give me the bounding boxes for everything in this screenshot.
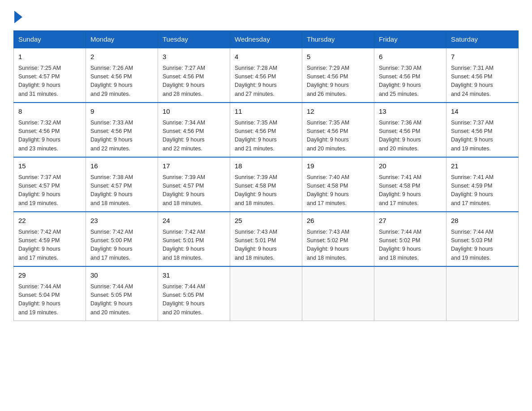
calendar-cell bbox=[374, 266, 446, 321]
calendar-cell: 28Sunrise: 7:44 AMSunset: 5:03 PMDayligh… bbox=[446, 212, 519, 266]
calendar-cell: 5Sunrise: 7:29 AMSunset: 4:56 PMDaylight… bbox=[302, 48, 374, 103]
day-number: 31 bbox=[163, 270, 225, 281]
calendar-cell bbox=[302, 266, 374, 321]
day-number: 28 bbox=[451, 216, 514, 226]
calendar-cell: 23Sunrise: 7:42 AMSunset: 5:00 PMDayligh… bbox=[86, 212, 158, 266]
week-row-4: 22Sunrise: 7:42 AMSunset: 4:59 PMDayligh… bbox=[14, 212, 519, 266]
day-info: Sunrise: 7:29 AMSunset: 4:56 PMDaylight:… bbox=[307, 64, 369, 99]
day-header-monday: Monday bbox=[86, 31, 158, 48]
day-number: 11 bbox=[235, 107, 297, 117]
day-info: Sunrise: 7:44 AMSunset: 5:02 PMDaylight:… bbox=[379, 228, 442, 263]
week-row-5: 29Sunrise: 7:44 AMSunset: 5:04 PMDayligh… bbox=[14, 266, 519, 321]
day-number: 13 bbox=[379, 107, 442, 117]
week-row-1: 1Sunrise: 7:25 AMSunset: 4:57 PMDaylight… bbox=[14, 48, 519, 103]
day-info: Sunrise: 7:42 AMSunset: 5:00 PMDaylight:… bbox=[90, 228, 153, 263]
day-number: 26 bbox=[307, 216, 369, 226]
week-row-2: 8Sunrise: 7:32 AMSunset: 4:56 PMDaylight… bbox=[14, 103, 519, 157]
day-info: Sunrise: 7:37 AMSunset: 4:57 PMDaylight:… bbox=[18, 173, 81, 208]
calendar-cell: 10Sunrise: 7:34 AMSunset: 4:56 PMDayligh… bbox=[158, 103, 230, 157]
day-info: Sunrise: 7:43 AMSunset: 5:02 PMDaylight:… bbox=[307, 228, 369, 263]
day-info: Sunrise: 7:44 AMSunset: 5:05 PMDaylight:… bbox=[90, 283, 153, 317]
day-number: 16 bbox=[90, 161, 153, 171]
calendar-header-row: SundayMondayTuesdayWednesdayThursdayFrid… bbox=[14, 31, 519, 48]
calendar-cell: 17Sunrise: 7:39 AMSunset: 4:57 PMDayligh… bbox=[158, 157, 230, 212]
day-info: Sunrise: 7:43 AMSunset: 5:01 PMDaylight:… bbox=[235, 228, 297, 263]
day-number: 19 bbox=[307, 161, 369, 171]
logo-arrow-icon bbox=[14, 11, 22, 23]
calendar-cell: 29Sunrise: 7:44 AMSunset: 5:04 PMDayligh… bbox=[14, 266, 86, 321]
calendar-cell: 21Sunrise: 7:41 AMSunset: 4:59 PMDayligh… bbox=[446, 157, 519, 212]
day-info: Sunrise: 7:44 AMSunset: 5:03 PMDaylight:… bbox=[451, 228, 514, 263]
day-info: Sunrise: 7:26 AMSunset: 4:56 PMDaylight:… bbox=[90, 64, 153, 99]
calendar-cell: 11Sunrise: 7:35 AMSunset: 4:56 PMDayligh… bbox=[230, 103, 302, 157]
calendar-cell: 20Sunrise: 7:41 AMSunset: 4:58 PMDayligh… bbox=[374, 157, 446, 212]
day-number: 8 bbox=[18, 107, 81, 117]
day-info: Sunrise: 7:32 AMSunset: 4:56 PMDaylight:… bbox=[18, 119, 81, 154]
day-header-saturday: Saturday bbox=[446, 31, 519, 48]
day-number: 24 bbox=[163, 216, 225, 226]
day-number: 2 bbox=[90, 52, 153, 62]
calendar-cell: 12Sunrise: 7:35 AMSunset: 4:56 PMDayligh… bbox=[302, 103, 374, 157]
day-number: 25 bbox=[235, 216, 297, 226]
day-info: Sunrise: 7:36 AMSunset: 4:56 PMDaylight:… bbox=[379, 119, 442, 154]
day-number: 3 bbox=[163, 52, 225, 62]
calendar-cell: 8Sunrise: 7:32 AMSunset: 4:56 PMDaylight… bbox=[14, 103, 86, 157]
calendar-cell: 13Sunrise: 7:36 AMSunset: 4:56 PMDayligh… bbox=[374, 103, 446, 157]
day-info: Sunrise: 7:28 AMSunset: 4:56 PMDaylight:… bbox=[235, 64, 297, 99]
calendar-table: SundayMondayTuesdayWednesdayThursdayFrid… bbox=[13, 30, 519, 321]
calendar-cell: 1Sunrise: 7:25 AMSunset: 4:57 PMDaylight… bbox=[14, 48, 86, 103]
day-header-sunday: Sunday bbox=[14, 31, 86, 48]
calendar-cell: 4Sunrise: 7:28 AMSunset: 4:56 PMDaylight… bbox=[230, 48, 302, 103]
day-number: 12 bbox=[307, 107, 369, 117]
day-header-friday: Friday bbox=[374, 31, 446, 48]
day-info: Sunrise: 7:30 AMSunset: 4:56 PMDaylight:… bbox=[379, 64, 442, 99]
calendar-cell: 18Sunrise: 7:39 AMSunset: 4:58 PMDayligh… bbox=[230, 157, 302, 212]
calendar-cell: 7Sunrise: 7:31 AMSunset: 4:56 PMDaylight… bbox=[446, 48, 519, 103]
day-info: Sunrise: 7:35 AMSunset: 4:56 PMDaylight:… bbox=[235, 119, 297, 154]
logo bbox=[13, 9, 22, 23]
calendar-cell: 9Sunrise: 7:33 AMSunset: 4:56 PMDaylight… bbox=[86, 103, 158, 157]
day-number: 14 bbox=[451, 107, 514, 117]
day-number: 27 bbox=[379, 216, 442, 226]
calendar-cell: 14Sunrise: 7:37 AMSunset: 4:56 PMDayligh… bbox=[446, 103, 519, 157]
day-info: Sunrise: 7:38 AMSunset: 4:57 PMDaylight:… bbox=[90, 173, 153, 208]
day-info: Sunrise: 7:37 AMSunset: 4:56 PMDaylight:… bbox=[451, 119, 514, 154]
day-number: 23 bbox=[90, 216, 153, 226]
day-number: 20 bbox=[379, 161, 442, 171]
day-info: Sunrise: 7:44 AMSunset: 5:04 PMDaylight:… bbox=[18, 283, 81, 317]
day-number: 6 bbox=[379, 52, 442, 62]
day-info: Sunrise: 7:39 AMSunset: 4:58 PMDaylight:… bbox=[235, 173, 297, 208]
calendar-cell: 22Sunrise: 7:42 AMSunset: 4:59 PMDayligh… bbox=[14, 212, 86, 266]
day-number: 5 bbox=[307, 52, 369, 62]
day-number: 18 bbox=[235, 161, 297, 171]
calendar-cell: 2Sunrise: 7:26 AMSunset: 4:56 PMDaylight… bbox=[86, 48, 158, 103]
day-info: Sunrise: 7:40 AMSunset: 4:58 PMDaylight:… bbox=[307, 173, 369, 208]
calendar-cell: 6Sunrise: 7:30 AMSunset: 4:56 PMDaylight… bbox=[374, 48, 446, 103]
calendar-cell bbox=[230, 266, 302, 321]
day-number: 30 bbox=[90, 270, 153, 281]
calendar-cell: 25Sunrise: 7:43 AMSunset: 5:01 PMDayligh… bbox=[230, 212, 302, 266]
day-number: 10 bbox=[163, 107, 225, 117]
day-info: Sunrise: 7:31 AMSunset: 4:56 PMDaylight:… bbox=[451, 64, 514, 99]
day-info: Sunrise: 7:25 AMSunset: 4:57 PMDaylight:… bbox=[18, 64, 81, 99]
page-header bbox=[13, 9, 519, 23]
day-number: 29 bbox=[18, 270, 81, 281]
day-number: 22 bbox=[18, 216, 81, 226]
day-info: Sunrise: 7:41 AMSunset: 4:58 PMDaylight:… bbox=[379, 173, 442, 208]
day-number: 17 bbox=[163, 161, 225, 171]
day-header-tuesday: Tuesday bbox=[158, 31, 230, 48]
calendar-cell: 15Sunrise: 7:37 AMSunset: 4:57 PMDayligh… bbox=[14, 157, 86, 212]
calendar-cell: 16Sunrise: 7:38 AMSunset: 4:57 PMDayligh… bbox=[86, 157, 158, 212]
day-info: Sunrise: 7:41 AMSunset: 4:59 PMDaylight:… bbox=[451, 173, 514, 208]
day-header-wednesday: Wednesday bbox=[230, 31, 302, 48]
day-info: Sunrise: 7:42 AMSunset: 4:59 PMDaylight:… bbox=[18, 228, 81, 263]
calendar-cell: 19Sunrise: 7:40 AMSunset: 4:58 PMDayligh… bbox=[302, 157, 374, 212]
calendar-cell bbox=[446, 266, 519, 321]
day-number: 1 bbox=[18, 52, 81, 62]
day-number: 15 bbox=[18, 161, 81, 171]
calendar-cell: 26Sunrise: 7:43 AMSunset: 5:02 PMDayligh… bbox=[302, 212, 374, 266]
week-row-3: 15Sunrise: 7:37 AMSunset: 4:57 PMDayligh… bbox=[14, 157, 519, 212]
day-info: Sunrise: 7:35 AMSunset: 4:56 PMDaylight:… bbox=[307, 119, 369, 154]
day-header-thursday: Thursday bbox=[302, 31, 374, 48]
calendar-cell: 31Sunrise: 7:44 AMSunset: 5:05 PMDayligh… bbox=[158, 266, 230, 321]
